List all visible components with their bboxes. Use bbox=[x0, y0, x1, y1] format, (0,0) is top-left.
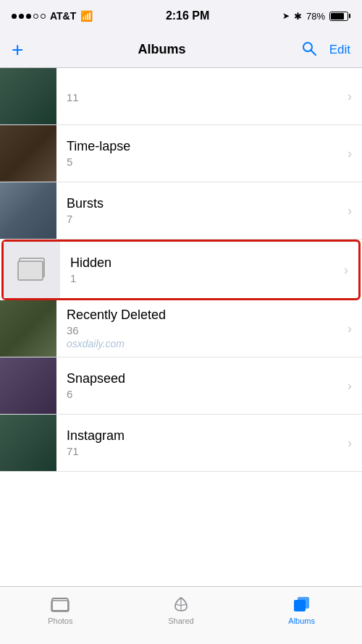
tab-albums[interactable]: Albums bbox=[241, 594, 362, 625]
albums-list: 11 › Time-lapse 5 › Bursts 7 › bbox=[0, 68, 362, 472]
chevron-icon: › bbox=[348, 321, 352, 336]
chevron-icon: › bbox=[348, 203, 352, 219]
bluetooth-icon: ✱ bbox=[294, 11, 302, 22]
album-thumb bbox=[0, 125, 56, 182]
tab-photos[interactable]: Photos bbox=[0, 594, 121, 625]
album-thumb-hidden bbox=[4, 242, 60, 298]
carrier-label: AT&T bbox=[50, 10, 76, 22]
dot2 bbox=[19, 14, 24, 19]
add-button[interactable]: + bbox=[12, 40, 23, 60]
status-left: AT&T 📶 bbox=[12, 10, 93, 22]
tab-photos-label: Photos bbox=[48, 617, 72, 625]
album-item-hidden[interactable]: Hidden 1 › bbox=[1, 240, 361, 300]
album-item-snapseed[interactable]: Snapseed 6 › bbox=[0, 357, 362, 415]
status-time: 2:16 PM bbox=[166, 9, 209, 22]
album-thumb bbox=[0, 68, 56, 124]
dot5 bbox=[41, 14, 46, 19]
album-item-recently-deleted[interactable]: Recently Deleted 36 osxdaily.com › bbox=[0, 300, 362, 357]
status-right: ➤ ✱ 78% bbox=[282, 11, 350, 22]
svg-rect-6 bbox=[298, 597, 309, 609]
album-thumb bbox=[0, 415, 56, 471]
tab-bar: Photos Shared Albums bbox=[0, 586, 362, 644]
hidden-folder-icon bbox=[16, 256, 48, 284]
album-info: Recently Deleted 36 osxdaily.com bbox=[56, 308, 343, 349]
svg-rect-3 bbox=[51, 601, 69, 611]
album-info: Hidden 1 bbox=[60, 255, 340, 284]
album-count: 6 bbox=[67, 388, 343, 400]
navigation-bar: + Albums Edit bbox=[0, 32, 362, 68]
chevron-icon: › bbox=[348, 436, 352, 451]
tab-shared-label: Shared bbox=[168, 617, 193, 625]
album-count: 1 bbox=[70, 272, 340, 284]
signal-dots bbox=[12, 14, 46, 19]
shared-tab-icon bbox=[171, 594, 191, 614]
album-thumb bbox=[0, 182, 56, 239]
page-title: Albums bbox=[138, 42, 186, 57]
album-count: 7 bbox=[67, 213, 343, 225]
chevron-icon: › bbox=[348, 89, 352, 104]
photos-tab-icon bbox=[50, 594, 70, 614]
album-thumb bbox=[0, 300, 56, 357]
album-info: Instagram 71 bbox=[56, 428, 343, 457]
album-name: Instagram bbox=[67, 428, 343, 444]
search-button[interactable] bbox=[300, 40, 318, 60]
dot3 bbox=[26, 14, 31, 19]
battery-icon bbox=[329, 12, 350, 21]
album-list-container: 11 › Time-lapse 5 › Bursts 7 › bbox=[0, 68, 362, 586]
album-count: 36 bbox=[67, 324, 343, 336]
tab-albums-label: Albums bbox=[288, 617, 315, 625]
nav-right-buttons: Edit bbox=[300, 40, 350, 60]
album-name: Time-lapse bbox=[67, 139, 343, 154]
album-info: Snapseed 6 bbox=[56, 371, 343, 400]
album-watermark: osxdaily.com bbox=[67, 338, 343, 349]
album-thumb bbox=[0, 357, 56, 414]
edit-button[interactable]: Edit bbox=[329, 43, 350, 57]
album-name: Hidden bbox=[70, 255, 340, 271]
location-icon: ➤ bbox=[282, 11, 290, 21]
album-name: Snapseed bbox=[67, 371, 343, 386]
album-item-time-lapse[interactable]: Time-lapse 5 › bbox=[0, 125, 362, 182]
album-count: 5 bbox=[67, 156, 343, 168]
album-info: 11 bbox=[56, 90, 343, 103]
album-info: Time-lapse 5 bbox=[56, 139, 343, 168]
album-name: Recently Deleted bbox=[67, 308, 343, 323]
album-item-instagram[interactable]: Instagram 71 › bbox=[0, 415, 362, 472]
album-item-bursts[interactable]: Bursts 7 › bbox=[0, 182, 362, 240]
battery-percent: 78% bbox=[306, 11, 325, 22]
status-bar: AT&T 📶 2:16 PM ➤ ✱ 78% bbox=[0, 0, 362, 32]
chevron-icon: › bbox=[348, 146, 352, 161]
dot1 bbox=[12, 14, 17, 19]
albums-tab-icon bbox=[292, 594, 312, 614]
wifi-icon: 📶 bbox=[80, 10, 93, 22]
chevron-icon: › bbox=[348, 378, 352, 394]
album-count: 71 bbox=[67, 445, 343, 457]
album-name: Bursts bbox=[67, 196, 343, 211]
svg-line-1 bbox=[311, 50, 316, 55]
album-item-first-no-name[interactable]: 11 › bbox=[0, 68, 362, 125]
tab-shared[interactable]: Shared bbox=[121, 594, 242, 625]
album-count: 11 bbox=[67, 91, 343, 103]
album-info: Bursts 7 bbox=[56, 196, 343, 225]
dot4 bbox=[33, 14, 38, 19]
chevron-icon: › bbox=[344, 263, 348, 278]
